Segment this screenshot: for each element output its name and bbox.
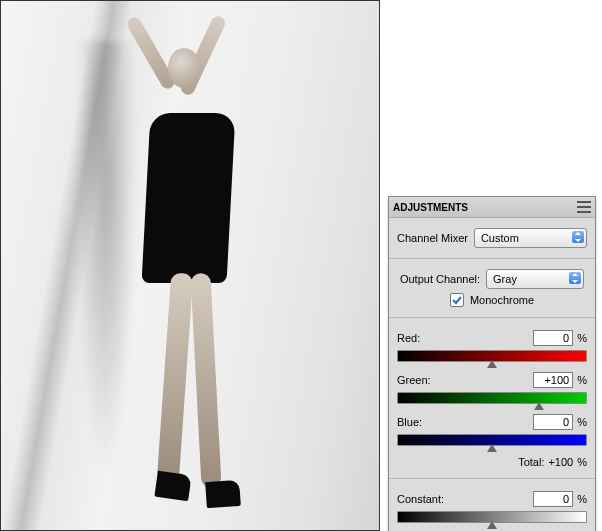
blue-slider-row: Blue: % xyxy=(397,414,587,446)
monochrome-checkbox[interactable] xyxy=(450,293,464,307)
monochrome-label: Monochrome xyxy=(470,294,534,306)
output-channel-label: Output Channel: xyxy=(400,273,480,285)
panel-menu-icon[interactable] xyxy=(577,200,591,214)
red-slider-row: Red: % xyxy=(397,330,587,362)
red-slider-track[interactable] xyxy=(397,350,587,362)
percent-glyph: % xyxy=(577,332,587,344)
constant-slider-thumb[interactable] xyxy=(487,521,497,529)
blue-value-input[interactable] xyxy=(533,414,573,430)
blue-slider-track[interactable] xyxy=(397,434,587,446)
adjustment-type-label: Channel Mixer xyxy=(397,232,468,244)
output-channel-select[interactable]: Gray xyxy=(486,269,584,289)
red-value-input[interactable] xyxy=(533,330,573,346)
red-slider-thumb[interactable] xyxy=(487,360,497,368)
photo-subject xyxy=(126,13,266,513)
panel-title-text: ADJUSTMENTS xyxy=(393,202,468,213)
green-value-input[interactable] xyxy=(533,372,573,388)
blue-slider-thumb[interactable] xyxy=(487,444,497,452)
preset-select[interactable]: Custom xyxy=(474,228,587,248)
output-channel-value: Gray xyxy=(493,273,517,285)
constant-slider-track[interactable] xyxy=(397,511,587,523)
preset-value: Custom xyxy=(481,232,519,244)
constant-value-input[interactable] xyxy=(533,491,573,507)
document-canvas[interactable] xyxy=(0,0,380,531)
green-label: Green: xyxy=(397,374,533,386)
adjustments-panel: ADJUSTMENTS Channel Mixer Custom Output … xyxy=(388,196,596,531)
panel-titlebar: ADJUSTMENTS xyxy=(389,197,595,218)
blue-label: Blue: xyxy=(397,416,533,428)
red-label: Red: xyxy=(397,332,533,344)
green-slider-thumb[interactable] xyxy=(534,402,544,410)
total-value: +100 xyxy=(548,456,573,468)
total-label: Total: xyxy=(518,456,544,468)
constant-label: Constant: xyxy=(397,493,533,505)
constant-slider-row: Constant: % xyxy=(397,491,587,523)
green-slider-row: Green: % xyxy=(397,372,587,404)
green-slider-track[interactable] xyxy=(397,392,587,404)
